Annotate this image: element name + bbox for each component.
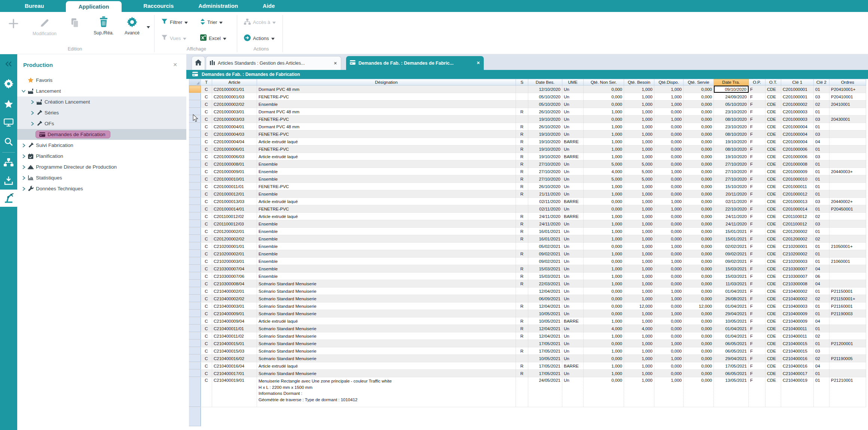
sidebar-item-donn-es-techniques[interactable]: Données Techniques — [17, 183, 186, 194]
cell-qte_servie[interactable]: 0,000 — [684, 228, 714, 235]
row-selector-cell[interactable] — [189, 145, 201, 153]
cell-designation[interactable]: Article extrudé laqué — [257, 213, 516, 220]
cell-cle2[interactable]: 01 — [814, 86, 829, 93]
cell-cle2[interactable]: 01 — [814, 160, 829, 168]
chevron-right-icon[interactable] — [20, 165, 27, 169]
cell-qte_servie[interactable]: 0,000 — [684, 101, 714, 108]
cell-ordres[interactable]: P20410001 — [829, 93, 866, 100]
cell-ot[interactable]: CDE — [765, 213, 781, 220]
cell-date_tra[interactable]: 09/02/2021 — [714, 258, 749, 265]
cell-ordres[interactable]: P21190003 — [829, 310, 866, 317]
cell-cle1[interactable]: C201000002 — [781, 101, 814, 108]
cell-cle1[interactable]: C201000006 — [781, 153, 814, 160]
cell-cle2[interactable]: 04 — [814, 280, 829, 287]
row-selector-cell[interactable] — [189, 190, 201, 197]
cell-ot[interactable]: CDE — [765, 280, 781, 287]
cell-article[interactable]: C201000003/03 — [212, 116, 257, 123]
cell-ordres[interactable]: 21060001 — [829, 258, 866, 265]
cell-qte_besoin[interactable]: 5,000 — [624, 160, 654, 168]
settings-gear-icon[interactable] — [0, 79, 17, 89]
cell-qte_dispo[interactable]: 1,000 — [654, 86, 684, 93]
chevron-down-icon[interactable] — [20, 89, 27, 93]
cell-cle1[interactable]: C210200002 — [781, 250, 814, 257]
cell-t[interactable]: C — [201, 160, 212, 168]
table-row[interactable]: CC201000008/01EnsembleR27/10/2020Un5,000… — [189, 160, 866, 168]
cell-qte_besoin[interactable]: 1,000 — [624, 362, 654, 369]
cell-qte_servie[interactable]: 12,000 — [684, 302, 714, 310]
cell-ot[interactable]: CDE — [765, 362, 781, 369]
table-row[interactable]: CC210200002/01EnsembleR09/02/2021Un1,000… — [189, 250, 866, 258]
cell-ume[interactable]: Un — [562, 325, 584, 332]
cell-ordres[interactable] — [829, 273, 866, 280]
cell-date_bes[interactable]: 22/03/2021 — [528, 280, 562, 287]
cell-date_bes[interactable]: 24/11/2020 — [528, 220, 562, 227]
cell-ordres[interactable] — [829, 123, 866, 130]
cell-qte_servie[interactable]: 0,000 — [684, 168, 714, 175]
cell-date_tra[interactable]: 23/10/2020 — [714, 123, 749, 130]
cell-qte_servie[interactable]: 0,000 — [684, 138, 714, 145]
cell-cle2[interactable]: 03 — [814, 130, 829, 138]
cell-ordres[interactable] — [829, 153, 866, 160]
cell-op[interactable]: F — [749, 205, 765, 212]
cell-op[interactable]: F — [749, 123, 765, 130]
cell-t[interactable]: C — [201, 310, 212, 317]
cell-s[interactable]: R — [516, 220, 528, 227]
cell-ordres[interactable] — [829, 370, 866, 377]
cell-t[interactable]: C — [201, 340, 212, 347]
cell-qte_servie[interactable]: 0,000 — [684, 220, 714, 227]
cell-cle2[interactable]: 02 — [814, 295, 829, 302]
cell-op[interactable]: F — [749, 198, 765, 205]
chevron-right-icon[interactable] — [20, 187, 27, 191]
cell-designation[interactable]: Article extrudé laqué — [257, 138, 516, 145]
cell-article[interactable]: C201000001/03 — [212, 93, 257, 100]
cell-t[interactable]: C — [201, 332, 212, 340]
favorites-star-icon[interactable] — [0, 100, 17, 109]
cell-cle1[interactable]: C210400002 — [781, 288, 814, 295]
cell-qte_non_ser[interactable]: 0,000 — [584, 198, 624, 205]
cell-qte_non_ser[interactable]: 1,000 — [584, 108, 624, 115]
cell-cle1[interactable]: C201000001 — [781, 93, 814, 100]
row-selector-cell[interactable] — [189, 130, 201, 138]
cell-qte_servie[interactable]: 0,000 — [684, 310, 714, 317]
table-row[interactable]: CC210400009/04Article extrudé laquéR10/0… — [189, 317, 866, 325]
cell-ordres[interactable]: P20410001+ — [829, 86, 866, 93]
cell-qte_dispo[interactable]: 0,000 — [654, 213, 684, 220]
cell-s[interactable]: R — [516, 280, 528, 287]
cell-ume[interactable]: Un — [562, 302, 584, 310]
cell-op[interactable]: F — [749, 325, 765, 332]
table-row[interactable]: CC201100012/03EnsembleR24/11/2020Un1,000… — [189, 220, 866, 228]
cell-ume[interactable]: BARRE — [562, 362, 584, 369]
cell-ot[interactable]: CDE — [765, 288, 781, 295]
cell-ume[interactable]: Un — [562, 355, 584, 362]
cell-designation[interactable]: FENETRE-PVC — [257, 205, 516, 212]
row-selector-cell[interactable] — [189, 355, 201, 362]
cell-qte_besoin[interactable]: 1,000 — [624, 138, 654, 145]
cell-designation[interactable]: FENETRE-PVC — [257, 93, 516, 100]
cell-qte_non_ser[interactable]: 1,000 — [584, 317, 624, 325]
cell-ot[interactable]: CDE — [765, 347, 781, 354]
cell-ume[interactable]: Un — [562, 235, 584, 242]
cell-qte_servie[interactable]: 0,000 — [684, 377, 714, 407]
cell-ume[interactable]: Un — [562, 265, 584, 272]
cell-ordres[interactable] — [829, 228, 866, 235]
row-selector-cell[interactable] — [189, 205, 201, 212]
cell-cle1[interactable]: C210400009 — [781, 310, 814, 317]
column-header-qte_servie[interactable]: Qté. Servie — [684, 79, 714, 86]
cell-qte_non_ser[interactable]: 0,000 — [584, 310, 624, 317]
cell-cle1[interactable]: C210400019 — [781, 377, 814, 407]
cell-qte_servie[interactable]: 0,000 — [684, 235, 714, 242]
cell-ume[interactable]: Un — [562, 175, 584, 182]
row-selector-cell[interactable] — [189, 183, 201, 190]
column-header-ordres[interactable]: Ordres — [829, 79, 866, 86]
cell-article[interactable]: C210300007/04 — [212, 265, 257, 272]
cell-article[interactable]: C201000013/03 — [212, 198, 257, 205]
cell-t[interactable]: C — [201, 250, 212, 257]
cell-cle2[interactable]: 01 — [814, 175, 829, 182]
cell-qte_besoin[interactable]: 1,000 — [624, 220, 654, 227]
cell-cle1[interactable]: C201100012 — [781, 220, 814, 227]
cell-qte_servie[interactable]: 0,000 — [684, 347, 714, 354]
cell-date_bes[interactable]: 17/05/2021 — [528, 370, 562, 377]
cell-cle2[interactable]: 03 — [814, 347, 829, 354]
cell-s[interactable]: R — [516, 213, 528, 220]
row-selector-cell[interactable] — [189, 377, 201, 407]
